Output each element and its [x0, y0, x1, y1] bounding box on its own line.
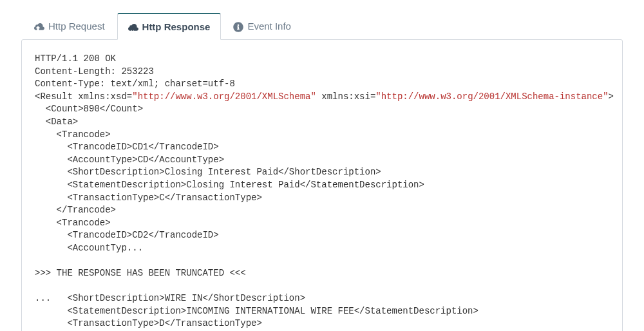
info-circle-icon [233, 22, 243, 31]
xml-tail-txn: <TransactionType>D</TransactionType> [35, 318, 262, 328]
xml-tail-stmt: <StatementDescription>INCOMING INTERNATI… [35, 306, 478, 316]
response-panel: HTTP/1.1 200 OK Content-Length: 253223 C… [21, 39, 623, 331]
xml-trancode1-txn: <TransactionType>C</TransactionType> [35, 193, 262, 203]
xml-trancode1-open: <Trancode> [35, 129, 111, 140]
status-line: HTTP/1.1 200 OK [35, 53, 116, 64]
tab-http-response[interactable]: Http Response [117, 13, 222, 40]
header-content-length: Content-Length: 253223 [35, 66, 154, 77]
xml-trancode1-acct: <AccountType>CD</AccountType> [35, 155, 224, 165]
tab-event-info[interactable]: Event Info [222, 13, 302, 39]
xml-trancode1-stmt: <StatementDescription>Closing Interest P… [35, 180, 424, 190]
tab-label: Http Response [142, 21, 211, 32]
xml-truncated-msg: >>> THE RESPONSE HAS BEEN TRUNCATED <<< [35, 268, 246, 278]
xml-xsd-url: "http://www.w3.org/2001/XMLSchema" [132, 91, 316, 102]
cloud-download-icon [128, 23, 138, 32]
xml-xsi-url: "http://www.w3.org/2001/XMLSchema-instan… [375, 91, 608, 102]
response-body: HTTP/1.1 200 OK Content-Length: 253223 C… [35, 53, 609, 330]
tab-http-request[interactable]: Http Request [23, 13, 116, 39]
xml-trancode1-id: <TrancodeID>CD1</TrancodeID> [35, 142, 219, 152]
xml-result-open-post: > [609, 91, 614, 102]
xml-result-open-pre: <Result xmlns:xsd= [35, 91, 132, 102]
xml-trancode1-short: <ShortDescription>Closing Interest Paid<… [35, 167, 381, 177]
xml-trancode1-close: </Trancode> [35, 205, 116, 215]
xml-count: <Count>890</Count> [35, 104, 143, 114]
xml-data-open: <Data> [35, 117, 78, 127]
xml-trancode2-id: <TrancodeID>CD2</TrancodeID> [35, 230, 219, 240]
tab-label: Event Info [247, 21, 291, 32]
tabs-bar: Http Request Http Response Event Info [0, 0, 644, 39]
xml-trancode2-acct: <AccountTyp... [35, 243, 143, 253]
cloud-upload-icon [34, 22, 44, 31]
xml-tail-short: ... <ShortDescription>WIRE IN</ShortDesc… [35, 293, 305, 303]
header-content-type: Content-Type: text/xml; charset=utf-8 [35, 79, 235, 89]
xml-result-open-mid: xmlns:xsi= [316, 91, 375, 102]
xml-trancode2-open: <Trancode> [35, 218, 111, 228]
tab-label: Http Request [48, 21, 105, 32]
